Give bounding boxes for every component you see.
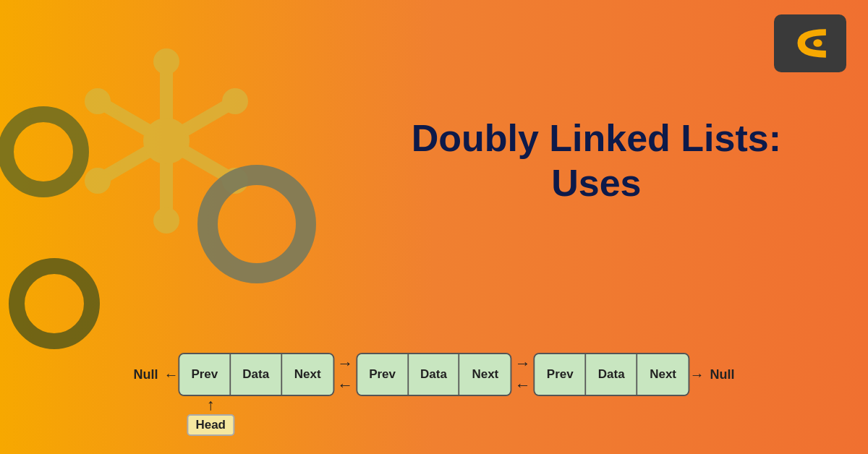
svg-point-8 [222,88,248,114]
null-right-label: Null [710,367,735,382]
svg-point-14 [17,266,92,341]
svg-point-6 [143,118,190,164]
svg-point-13 [6,114,81,189]
node-2-data: Data [409,354,460,395]
arrow-forward-1: → [337,354,353,373]
arrow-forward-2: → [515,354,531,373]
arrow-left: ← [163,367,178,383]
node-1-data: Data [231,354,282,395]
arrow-backward-1: ← [337,376,353,395]
svg-line-5 [98,101,166,141]
head-wrapper: ↑ Head [187,397,234,436]
head-label: Head [187,414,234,436]
svg-point-17 [813,39,822,47]
arrow-backward-2: ← [515,376,531,395]
head-arrow: ↑ [207,397,215,413]
node-1-next: Next [282,354,333,395]
svg-point-11 [85,168,111,194]
node-1-prev: Prev [179,354,231,395]
node-3-data: Data [587,354,638,395]
logo-icon [785,22,835,65]
double-arrow-1-2: → ← [337,354,353,395]
title-line1: Doubly Linked Lists: [412,116,781,160]
node-1-wrapper: Prev Data Next ↑ Head [178,353,334,396]
node-3-prev: Prev [535,354,587,395]
svg-point-9 [222,168,248,194]
node-3-wrapper: Prev Data Next [534,353,690,396]
svg-line-1 [166,101,235,141]
svg-line-2 [166,141,235,181]
svg-line-4 [98,141,166,181]
node-3: Prev Data Next [534,353,690,396]
null-left-label: Null [133,367,158,382]
double-arrow-2-3: → ← [515,354,531,395]
node-3-next: Next [638,354,689,395]
node-2-prev: Prev [357,354,409,395]
svg-point-10 [153,207,179,234]
node-2: Prev Data Next [356,353,512,396]
title-line2: Uses [412,160,781,205]
node-1: Prev Data Next [178,353,334,396]
page-title: Doubly Linked Lists: Uses [412,116,781,206]
svg-point-15 [208,175,306,273]
arrow-right: → [690,367,705,383]
linked-list-diagram: Null ← Prev Data Next ↑ Head → ← Prev Da… [127,353,740,396]
svg-point-12 [85,88,111,114]
canvas: Doubly Linked Lists: Uses Null ← Prev Da… [0,0,868,454]
node-2-wrapper: Prev Data Next [356,353,512,396]
svg-point-7 [153,48,179,74]
logo [774,14,846,72]
node-2-next: Next [460,354,511,395]
